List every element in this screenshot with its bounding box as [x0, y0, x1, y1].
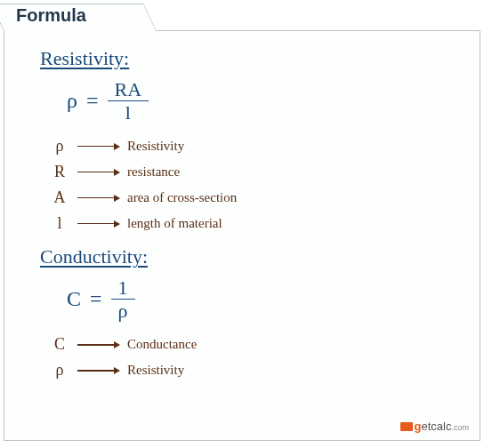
legend-row: l length of material [49, 214, 465, 233]
legend-symbol: ρ [49, 361, 70, 380]
legend-desc: Resistivity [127, 363, 184, 378]
arrow-icon [77, 169, 120, 176]
legend-symbol: A [49, 188, 70, 207]
legend-desc: length of material [127, 216, 222, 231]
arrow-icon [77, 220, 120, 228]
legend-row: R resistance [49, 163, 465, 181]
formula-numerator: 1 [115, 277, 132, 299]
formula-denominator: ρ [111, 299, 135, 321]
formula-fraction: RA l [111, 79, 146, 123]
resistivity-legend: ρ Resistivity R resistance A area of cro… [49, 137, 465, 233]
legend-desc: resistance [127, 164, 180, 180]
legend-desc: Conductance [127, 337, 197, 352]
arrow-icon [77, 143, 120, 150]
formula-lhs: ρ [67, 89, 77, 113]
legend-row: C Conductance [49, 335, 465, 354]
formula-denominator: l [108, 100, 149, 123]
formula-equals: = [90, 287, 102, 311]
resistivity-formula: ρ = RA l [67, 79, 465, 123]
arrow-icon [77, 341, 120, 348]
brand-tld: .com [451, 423, 469, 432]
legend-row: ρ Resistivity [49, 361, 465, 380]
watermark: getcalc.com [400, 420, 469, 433]
arrow-icon [77, 195, 120, 202]
formula-fraction: 1 ρ [115, 277, 132, 321]
formula-equals: = [86, 89, 99, 113]
brand-letter: g [415, 420, 422, 433]
arrow-icon [77, 367, 120, 374]
conductivity-legend: C Conductance ρ Resistivity [49, 335, 465, 380]
legend-desc: Resistivity [127, 139, 184, 154]
legend-row: ρ Resistivity [49, 137, 465, 156]
resistivity-title: Resistivity: [40, 47, 465, 70]
legend-row: A area of cross-section [49, 188, 465, 207]
legend-symbol: R [49, 163, 70, 181]
brand-rest: etcalc [422, 420, 452, 433]
calculator-icon [400, 422, 413, 431]
conductivity-formula: C = 1 ρ [67, 277, 465, 321]
legend-desc: area of cross-section [127, 190, 237, 205]
conductivity-title: Conductivity: [40, 245, 465, 268]
legend-symbol: ρ [49, 137, 70, 156]
formula-card: Formula Resistivity: ρ = RA l ρ Resistiv… [4, 4, 480, 414]
legend-symbol: l [49, 214, 70, 233]
formula-numerator: RA [111, 79, 146, 100]
legend-symbol: C [49, 335, 70, 354]
card-body: Resistivity: ρ = RA l ρ Resistivity R re… [4, 30, 480, 441]
formula-lhs: C [67, 287, 81, 311]
tab-title: Formula [16, 5, 86, 26]
